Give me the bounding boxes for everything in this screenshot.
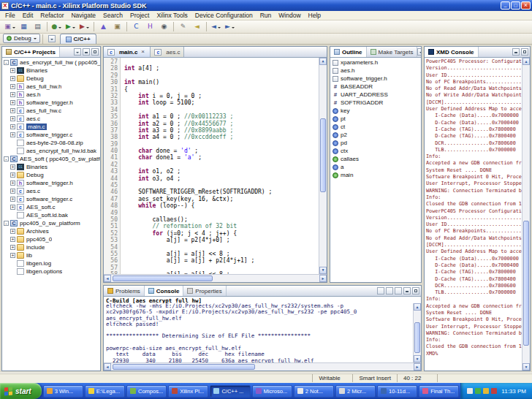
expander-plus-icon[interactable]: + (10, 76, 15, 81)
menu-item-navigate[interactable]: Navigate (67, 11, 99, 20)
taskbar-button-2-not[interactable]: 2 Not... (294, 385, 334, 398)
back-icon[interactable]: ◄ (210, 21, 222, 32)
outline-item-aes-h[interactable]: aes.h (332, 66, 421, 75)
taskbar-button-e-lega[interactable]: E:\Lega... (85, 385, 125, 398)
search-icon[interactable]: ◉ (158, 21, 170, 32)
outline-item-a[interactable]: a (332, 163, 421, 171)
editor-scroll-thumb[interactable] (320, 118, 326, 192)
tab-cpp-projects[interactable]: C/C++ Projects (2, 47, 60, 57)
menu-item-help[interactable]: Help (305, 11, 324, 20)
tree-item-ppc405-0-sw-platform[interactable]: -Cppc405_0_sw_platform (2, 219, 100, 227)
maximize-button[interactable] (511, 1, 520, 10)
menu-item-device-configuration[interactable]: Device Configuration (191, 11, 256, 20)
taskbar-button-compos[interactable]: Compos... (126, 385, 167, 398)
xmd-minimize-view-button[interactable] (512, 48, 520, 56)
outline-item-p2[interactable]: p2 (332, 131, 421, 139)
tray-icon-1[interactable] (467, 388, 473, 394)
scroll-down-icon[interactable] (319, 267, 327, 274)
forward-icon[interactable]: ► (224, 21, 236, 32)
console-vertical-scrollbar[interactable] (413, 303, 421, 362)
tab-make-targets[interactable]: Make Targets (367, 47, 418, 57)
debug-icon[interactable]: ● (50, 21, 63, 32)
expander-plus-icon[interactable]: + (10, 84, 15, 89)
taskbar-button-xilinx-pl[interactable]: Xilinx Pl... (168, 385, 208, 398)
tree-item-archives[interactable]: +Archives (2, 227, 100, 235)
tab-properties[interactable]: Properties (183, 286, 226, 296)
taskbar-button-c-c[interactable]: C/C++ ... (210, 385, 250, 398)
projects-maximize-view-button[interactable] (91, 48, 99, 56)
console-hscroll-thumb[interactable] (113, 364, 255, 370)
expander-minus-icon[interactable]: - (4, 156, 9, 162)
console-minimize-view-button[interactable] (403, 287, 411, 294)
tree-item-lib[interactable]: +lib (2, 251, 100, 259)
taskbar-button-microso[interactable]: Microso... (252, 385, 292, 398)
outline-item-software-trigger-h[interactable]: software_trigger.h (332, 75, 421, 83)
code-area[interactable]: int a[4] ; int main(){ int i = 0, j = 0 … (121, 58, 319, 274)
expander-plus-icon[interactable]: + (10, 172, 15, 178)
editor-tab-main-c[interactable]: cmain.c (104, 47, 151, 57)
new-header-icon[interactable]: H (144, 21, 156, 32)
outline-view-menu-icon[interactable] (417, 48, 421, 56)
menu-item-xilinx-tools[interactable]: Xilinx Tools (153, 11, 191, 20)
build-all-icon[interactable]: ▲ (97, 21, 110, 32)
xmd-scroll-down-icon[interactable] (522, 363, 530, 370)
console-scroll-lock-icon[interactable] (386, 287, 393, 294)
save-icon[interactable]: ▦ (18, 21, 30, 32)
console-output[interactable]: elfcheck -hw -mhs E:/iO.Projects/xc2vp30… (104, 303, 413, 362)
projects-view-menu-icon[interactable] (74, 48, 81, 56)
expander-plus-icon[interactable]: + (10, 229, 15, 234)
tree-item-software-trigger-h[interactable]: +hsoftware_trigger.h (2, 179, 100, 187)
tree-item-debug[interactable]: +Debug (2, 75, 100, 83)
menu-item-search[interactable]: Search (99, 11, 126, 20)
expander-plus-icon[interactable]: + (10, 164, 15, 170)
console-clear-icon[interactable] (377, 287, 384, 294)
tree-item-aes-soft-ppc405-0-sw-platform[interactable]: -CAES_soft ( ppc405_0_sw_platform ) (2, 155, 100, 163)
outline-item-main[interactable]: main (332, 171, 421, 179)
tree-item-aes-full-hw-h[interactable]: +haes_full_hw.h (2, 83, 100, 91)
outline-item-key[interactable]: key (332, 107, 421, 115)
expander-plus-icon[interactable]: + (10, 189, 15, 194)
start-button[interactable]: start (0, 383, 42, 399)
menu-item-edit[interactable]: Edit (19, 11, 37, 20)
tree-item-ppc405-0[interactable]: +ppc405_0 (2, 235, 100, 243)
close-button[interactable] (521, 1, 531, 10)
xmd-scroll-thumb[interactable] (523, 221, 529, 346)
expander-minus-icon[interactable]: - (4, 60, 9, 65)
tree-item-aes-c[interactable]: +caes.c (2, 115, 100, 123)
xmd-scroll-up-icon[interactable] (522, 58, 530, 65)
tree-item-binaries[interactable]: +01Binaries (2, 66, 100, 75)
outline-item-softrigaddr[interactable]: #SOFTRIGADDR (332, 99, 421, 107)
outline-item-callaes[interactable]: callaes (332, 155, 421, 163)
scroll-left-icon[interactable] (104, 275, 111, 282)
cpp-perspective-tab[interactable]: C/C++ (60, 34, 96, 44)
expander-plus-icon[interactable]: + (10, 124, 15, 129)
tree-item-software-trigger-c[interactable]: +csoftware_trigger.c (2, 131, 100, 139)
tree-item-binaries[interactable]: +01Binaries (2, 163, 100, 171)
tray-icon-2[interactable] (475, 388, 481, 394)
expander-plus-icon[interactable]: + (10, 245, 15, 250)
tab-outline[interactable]: Outline (330, 47, 367, 57)
menu-item-refactor[interactable]: Refactor (37, 11, 67, 20)
xmd-output[interactable]: PowerPC405 Processor: ConfigurationVersi… (425, 58, 522, 370)
tree-item-aes-full-hw-c[interactable]: +caes_full_hw.c (2, 107, 100, 115)
tree-item-libgen-options[interactable]: libgen.options (2, 267, 100, 276)
outline-item-baseaddr[interactable]: #BASEADDR (332, 83, 421, 91)
console-scroll-down-icon[interactable] (414, 355, 421, 362)
scroll-up-icon[interactable] (319, 58, 327, 65)
tree-item-aes-encrypt-full-hw-ld-bak[interactable]: aes_encrypt_full_hw.ld.bak (2, 147, 100, 155)
toggle-mark-icon[interactable]: ✎ (177, 21, 189, 32)
editor-hscroll-thumb[interactable] (113, 276, 213, 281)
tree-item-aes-soft-c[interactable]: +cAES_soft.c (2, 203, 100, 211)
taskbar-button-2-micr[interactable]: 2 Micr... (335, 385, 376, 398)
outline-item-ctx[interactable]: ctx (332, 147, 421, 155)
new-c-file-icon[interactable]: C (130, 21, 142, 32)
console-maximize-view-button[interactable] (412, 287, 419, 294)
menu-item-run[interactable]: Run (256, 11, 276, 20)
taskbar-button-10-11d[interactable]: 10-11d... (377, 385, 417, 398)
make-icon[interactable]: ▣ (111, 21, 123, 32)
expander-plus-icon[interactable]: + (10, 100, 15, 105)
tab-problems[interactable]: Problems (104, 286, 145, 296)
tree-item-software-trigger-c[interactable]: +csoftware_trigger.c (2, 195, 100, 203)
expander-plus-icon[interactable]: + (10, 253, 15, 258)
tree-item-include[interactable]: +include (2, 243, 100, 251)
